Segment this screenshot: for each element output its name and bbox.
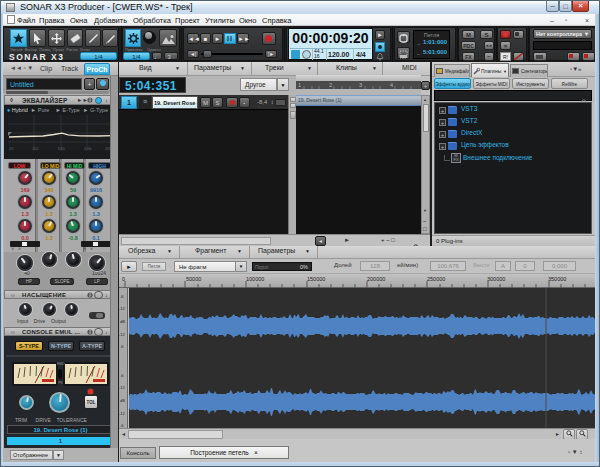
svg-text:20: 20 <box>9 146 14 151</box>
svg-text:110: 110 <box>32 146 39 151</box>
svg-text:630: 630 <box>58 146 65 151</box>
svg-text:3.6k: 3.6k <box>84 146 92 151</box>
